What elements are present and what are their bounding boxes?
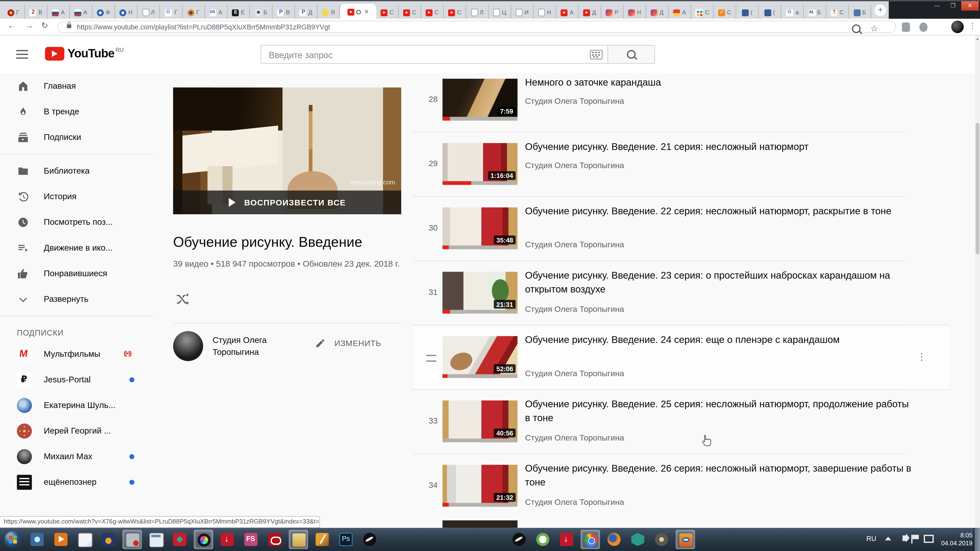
extension-icon[interactable] — [920, 22, 928, 32]
browser-tab[interactable]: ( — [736, 5, 759, 20]
taskbar-screen-capture-icon[interactable] — [123, 530, 142, 549]
browser-tab[interactable]: А — [556, 5, 579, 20]
sidebar-item-одписки[interactable]: Подписки — [0, 124, 153, 150]
browser-tab[interactable]: Ф — [92, 5, 115, 20]
video-channel[interactable]: Студия Олега Торопыгина — [525, 96, 624, 105]
channel-name[interactable]: Студия Олега Торопыгина — [212, 334, 287, 358]
video-channel[interactable]: Студия Олега Торопыгина — [525, 433, 624, 442]
search-button[interactable] — [608, 45, 655, 64]
sidebar-subscription-item[interactable]: Мультфильмы((•)) — [0, 341, 153, 367]
browser-tab[interactable]: Я — [318, 5, 340, 20]
taskbar-utorrent-icon[interactable] — [533, 530, 552, 549]
tray-clock[interactable]: 8:05 04.04.2019 — [941, 531, 973, 547]
address-bar[interactable]: https://www.youtube.com/playlist?list=PL… — [57, 21, 896, 33]
browser-tab[interactable]: Л — [138, 5, 160, 20]
taskbar-photoshop-icon[interactable] — [336, 530, 356, 549]
taskbar-downloader-icon[interactable] — [218, 530, 237, 549]
video-channel[interactable]: Студия Олега Торопыгина — [525, 304, 624, 313]
taskbar-color-wheel-icon[interactable] — [194, 530, 213, 549]
video-channel[interactable]: Студия Олега Торопыгина — [525, 368, 624, 378]
browser-tab[interactable]: а — [781, 5, 803, 20]
taskbar-audio-swirl-icon[interactable] — [509, 530, 529, 549]
page-scrollbar[interactable]: ▲ — [975, 36, 980, 528]
browser-tab[interactable]: Л — [466, 5, 489, 20]
playlist-video-row[interactable]: 3340:56Обучение рисунку. Введение. 25 се… — [412, 389, 950, 453]
browser-tab[interactable]: А — [48, 5, 70, 20]
shuffle-icon[interactable] — [174, 292, 189, 307]
drag-handle-icon[interactable] — [426, 355, 436, 362]
playlist-video-row[interactable]: 291:16:04Обучение рисунку. Введение. 21 … — [412, 132, 950, 196]
browser-tab[interactable]: С — [399, 5, 422, 20]
playlist-video-row[interactable]: 3421:32Обучение рисунку. Введение. 26 се… — [412, 453, 950, 518]
video-thumbnail[interactable]: 21:32 — [442, 465, 517, 507]
sidebar-item-онравившиеся[interactable]: Понравившиеся — [0, 260, 153, 286]
sidebar-subscription-item[interactable]: Jesus-Portal — [0, 367, 153, 392]
menu-hamburger-icon[interactable] — [16, 50, 28, 59]
edit-button[interactable]: ИЗМЕНИТЬ — [315, 338, 381, 348]
extension-icon[interactable] — [902, 22, 910, 32]
url-text[interactable]: https://www.youtube.com/playlist?list=PL… — [77, 23, 330, 30]
taskbar-downloader-icon[interactable] — [557, 530, 576, 549]
maximize-button[interactable]: ❐ — [945, 1, 961, 11]
start-button-icon[interactable] — [4, 531, 21, 548]
playlist-video-row[interactable]: 52:06Обучение рисунку. Введение. 24 сери… — [412, 325, 950, 389]
reload-icon[interactable]: ↻ — [41, 21, 48, 30]
browser-tab[interactable]: Н — [115, 5, 138, 20]
sidebar-subscription-item[interactable]: ещёнепознер — [0, 469, 153, 495]
video-title[interactable]: Обучение рисунку. Введение. 24 серия: ещ… — [525, 333, 913, 346]
video-title[interactable]: Немного о заточке карандаша — [525, 76, 913, 89]
video-title[interactable]: Обучение рисунку. Введение. 22 серия: не… — [525, 204, 913, 218]
new-tab-button[interactable]: + — [875, 4, 886, 16]
taskbar-graphics-editor-icon[interactable] — [312, 530, 332, 549]
play-all-button[interactable]: ВОСПРОИЗВЕСТИ ВСЕ — [173, 191, 401, 214]
browser-tab[interactable]: Б — [250, 5, 272, 20]
browser-tab[interactable]: Г — [2, 5, 25, 20]
video-title[interactable]: Обучение рисунку. Введение. 21 серия: не… — [525, 140, 913, 154]
browser-menu-icon[interactable]: ⋮ — [969, 21, 976, 30]
taskbar-audio-swirl-icon[interactable] — [360, 530, 379, 549]
browser-tab[interactable]: А — [70, 5, 92, 20]
taskbar-chrome-icon[interactable] — [581, 530, 600, 549]
video-channel[interactable]: Студия Олега Торопыгина — [525, 240, 624, 249]
video-thumbnail[interactable]: 40:56 — [442, 400, 517, 442]
taskbar-firefox-icon[interactable] — [605, 530, 624, 549]
browser-tab[interactable]: С — [444, 5, 466, 20]
browser-tab[interactable]: Г — [183, 5, 205, 20]
browser-tab[interactable]: ( — [759, 5, 781, 20]
taskbar-media-player-icon[interactable] — [51, 530, 71, 549]
language-indicator[interactable]: RU — [866, 535, 877, 542]
tray-expand-icon[interactable] — [885, 537, 891, 540]
sidebar-subscription-item[interactable]: Михаил Мах — [0, 444, 153, 469]
keyboard-icon[interactable] — [590, 50, 603, 59]
video-thumbnail[interactable]: 7:59 — [442, 79, 517, 121]
browser-tab[interactable]: И — [511, 5, 534, 20]
network-icon[interactable] — [924, 535, 934, 543]
action-center-flag-icon[interactable] — [913, 535, 919, 539]
browser-tab[interactable]: А — [205, 5, 228, 20]
browser-tab[interactable]: Д — [646, 5, 669, 20]
back-icon[interactable]: ← — [7, 21, 16, 30]
browser-tab[interactable]: Н — [624, 5, 646, 20]
video-channel[interactable]: Студия Олега Торопыгина — [525, 160, 624, 170]
playlist-thumbnail[interactable]: artstudying.com ВОСПРОИЗВЕСТИ ВСЕ — [173, 87, 401, 214]
browser-tab[interactable]: С — [376, 5, 399, 20]
taskbar-image-viewer-icon[interactable] — [676, 530, 695, 549]
browser-tab[interactable]: С — [691, 5, 714, 20]
forward-icon[interactable]: → — [25, 21, 33, 30]
browser-profile-avatar[interactable] — [951, 21, 964, 33]
scroll-up-arrow[interactable]: ▲ — [976, 37, 980, 41]
bookmark-star-icon[interactable]: ☆ — [870, 23, 878, 33]
sidebar-item-иблиотека[interactable]: Библиотека — [0, 158, 153, 184]
browser-tab[interactable]: Б — [849, 5, 871, 20]
sidebar-item-азвернуть[interactable]: Развернуть — [0, 286, 153, 311]
video-menu-kebab-icon[interactable]: ⋮ — [917, 351, 926, 362]
browser-tab[interactable]: Г — [160, 5, 183, 20]
browser-tab[interactable]: В — [25, 5, 48, 20]
browser-tab[interactable]: Н — [534, 5, 556, 20]
browser-tab[interactable]: Ц — [489, 5, 511, 20]
video-channel[interactable]: Студия Олега Торопыгина — [525, 497, 624, 507]
browser-tab[interactable]: Д — [295, 5, 318, 20]
taskbar-security-shield-icon[interactable] — [628, 530, 648, 549]
video-thumbnail[interactable]: 52:06 — [442, 336, 517, 378]
sidebar-item-вижениевико[interactable]: Движение в ико... — [0, 235, 153, 260]
